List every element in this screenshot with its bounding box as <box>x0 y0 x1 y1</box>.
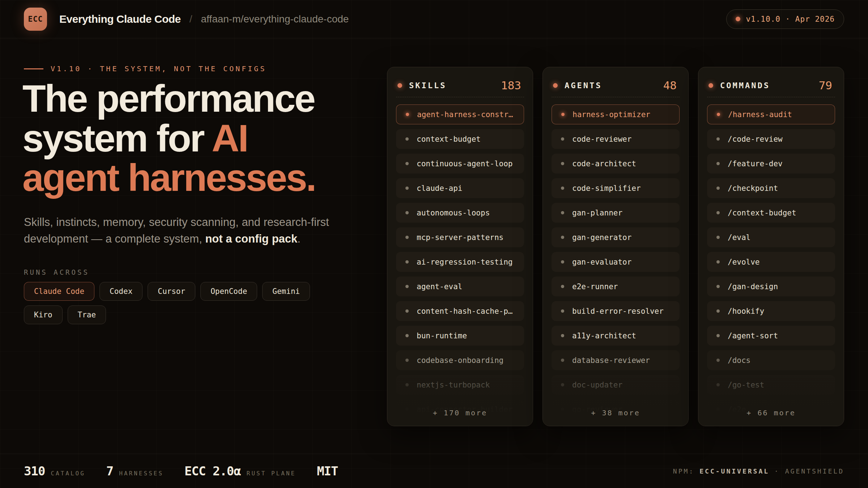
list-item[interactable]: codebase-onboarding <box>396 350 524 370</box>
harness-chip-gemini[interactable]: Gemini <box>262 282 310 301</box>
hero-heading-accent: AI <box>212 117 247 159</box>
item-label: /hookify <box>728 307 764 316</box>
item-label: bun-runtime <box>417 331 467 340</box>
list-item[interactable]: e2e-runner <box>552 277 680 296</box>
list-item[interactable]: doc-updater <box>552 375 680 395</box>
footer-stat: ECC 2.0αRUST PLANE <box>184 464 296 478</box>
harness-chip-kiro[interactable]: Kiro <box>24 305 63 324</box>
hero-heading-line: system for AI <box>22 119 370 158</box>
stat-label: RUST PLANE <box>247 470 296 477</box>
harness-chip-claude-code[interactable]: Claude Code <box>24 282 94 301</box>
npm-package-link[interactable]: ECC-UNIVERSAL <box>699 467 769 475</box>
list-item[interactable]: /checkpoint <box>707 178 835 198</box>
list-item[interactable]: /gan-design <box>707 277 835 296</box>
stat-value: 7 <box>106 464 113 478</box>
list-item[interactable]: context-budget <box>396 129 524 149</box>
list-item[interactable]: claude-api <box>396 178 524 198</box>
list-item[interactable]: database-reviewer <box>552 350 680 370</box>
item-dot-icon <box>405 334 409 337</box>
subtitle-bold-text: not a config pack <box>205 232 297 245</box>
list-item[interactable]: /evolve <box>707 252 835 272</box>
hero-heading: The performancesystem for AIagent harnes… <box>22 79 370 198</box>
list-item[interactable]: continuous-agent-loop <box>396 154 524 174</box>
list-item[interactable]: nextjs-turbopack <box>396 375 524 395</box>
hero-subtitle: Skills, instincts, memory, security scan… <box>24 214 331 247</box>
list-item[interactable]: /agent-sort <box>707 326 835 346</box>
list-item[interactable]: mcp-server-patterns <box>396 227 524 247</box>
item-label: agent-eval <box>417 282 462 291</box>
list-item[interactable]: /harness-audit <box>707 104 835 124</box>
list-item[interactable]: gan-evaluator <box>552 252 680 272</box>
card-divider <box>396 97 524 97</box>
list-item[interactable]: gan-generator <box>552 227 680 247</box>
item-dot-icon <box>405 137 409 141</box>
harness-chip-cursor[interactable]: Cursor <box>148 282 195 301</box>
item-dot-icon <box>716 187 720 190</box>
list-item[interactable]: content-hash-cache-p… <box>396 301 524 321</box>
list-item[interactable]: agent-harness-constr… <box>396 104 524 124</box>
list-item[interactable]: /context-budget <box>707 203 835 223</box>
list-item[interactable]: harness-optimizer <box>552 104 680 124</box>
item-label: mcp-server-patterns <box>417 233 503 242</box>
item-label: code-reviewer <box>572 135 631 144</box>
item-dot-icon <box>716 309 720 313</box>
item-label: gan-generator <box>572 233 631 242</box>
card-count: 183 <box>501 79 521 92</box>
breadcrumb-repo-link[interactable]: affaan-m/everything-claude-code <box>201 13 349 25</box>
stat-value: 310 <box>24 464 45 478</box>
stat-label: HARNESSES <box>119 470 163 477</box>
item-dot-icon <box>405 236 409 239</box>
harness-chip-trae[interactable]: Trae <box>68 305 106 324</box>
item-dot-icon <box>716 260 720 264</box>
stat-value: ECC 2.0α <box>184 464 241 478</box>
item-label: harness-optimizer <box>573 110 650 119</box>
runs-across-label: RUNS ACROSS <box>24 268 89 276</box>
show-more-label[interactable]: + 170 more <box>387 408 533 417</box>
item-dot-icon <box>561 187 564 190</box>
stat-value: MIT <box>317 464 338 478</box>
item-dot-icon <box>561 383 564 386</box>
list-item[interactable]: autonomous-loops <box>396 203 524 223</box>
item-label: content-hash-cache-p… <box>417 307 513 316</box>
item-dot-icon <box>405 260 409 264</box>
list-item[interactable]: gan-planner <box>552 203 680 223</box>
item-dot-icon <box>716 383 720 386</box>
page: ECC Everything Claude Code / affaan-m/ev… <box>0 0 868 488</box>
list-item[interactable]: /docs <box>707 350 835 370</box>
list-item[interactable]: agent-eval <box>396 277 524 296</box>
list-item[interactable]: code-reviewer <box>552 129 680 149</box>
card-title: AGENTS <box>565 81 602 90</box>
harness-chip-opencode[interactable]: OpenCode <box>200 282 257 301</box>
list-item[interactable]: /code-review <box>707 129 835 149</box>
item-dot-icon <box>561 309 564 313</box>
card-divider <box>552 97 680 97</box>
list-item[interactable]: /go-test <box>707 375 835 395</box>
list-item[interactable]: ai-regression-testing <box>396 252 524 272</box>
show-more-label[interactable]: + 38 more <box>543 408 688 417</box>
item-label: nextjs-turbopack <box>417 381 490 389</box>
subtitle-text: . <box>297 232 301 245</box>
card-header: COMMANDS79 <box>707 80 835 90</box>
npm-suffix: · AGENTSHIELD <box>774 467 844 475</box>
list-item[interactable]: build-error-resolver <box>552 301 680 321</box>
show-more-label[interactable]: + 66 more <box>698 408 844 417</box>
item-dot-icon <box>405 309 409 313</box>
footer-stat: 310CATALOG <box>24 464 85 478</box>
header: ECC Everything Claude Code / affaan-m/ev… <box>0 0 868 38</box>
harness-chip-codex[interactable]: Codex <box>99 282 142 301</box>
list-item[interactable]: /feature-dev <box>707 154 835 174</box>
item-label: gan-evaluator <box>572 258 631 266</box>
list-item[interactable]: /hookify <box>707 301 835 321</box>
list-item[interactable]: a11y-architect <box>552 326 680 346</box>
list-item[interactable]: code-simplifier <box>552 178 680 198</box>
list-item[interactable]: bun-runtime <box>396 326 524 346</box>
app-logo[interactable]: ECC <box>24 8 47 31</box>
footer-stat: MIT <box>317 464 338 478</box>
list-item[interactable]: code-architect <box>552 154 680 174</box>
item-label: /gan-design <box>728 282 778 291</box>
item-dot-icon <box>716 359 720 362</box>
item-label: claude-api <box>417 184 462 193</box>
list-item[interactable]: /eval <box>707 227 835 247</box>
card-count: 48 <box>663 79 677 92</box>
item-dot-icon <box>561 137 564 141</box>
